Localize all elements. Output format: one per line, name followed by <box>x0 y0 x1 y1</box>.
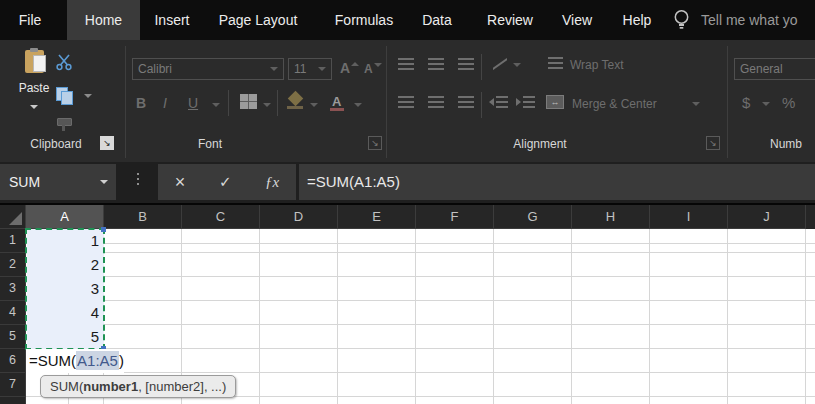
formula-range-ref: A1:A5 <box>76 351 119 370</box>
borders-icon[interactable] <box>240 94 257 109</box>
format-painter-button[interactable] <box>56 116 78 136</box>
currency-button[interactable]: $ <box>742 94 750 111</box>
cell-a2[interactable]: 2 <box>27 253 104 277</box>
tooltip-pre: SUM( <box>50 379 83 394</box>
name-box-caret[interactable] <box>100 180 108 184</box>
clipboard-group-label: Clipboard <box>10 134 102 154</box>
column-header-g[interactable]: G <box>494 205 572 229</box>
fill-color-caret[interactable] <box>310 103 318 107</box>
tab-home[interactable]: Home <box>67 0 140 40</box>
fill-color-bar <box>287 106 303 109</box>
italic-button[interactable]: I <box>163 95 167 111</box>
formula-input[interactable]: =SUM(A1:A5) <box>299 164 815 200</box>
align-center-icon[interactable] <box>428 96 444 108</box>
merge-center-button[interactable]: Merge & Center <box>572 97 657 111</box>
enter-button[interactable]: ✓ <box>219 173 232 191</box>
decrease-indent-icon[interactable] <box>489 98 494 106</box>
clipboard-dialog-launcher[interactable]: ↘ <box>100 136 114 150</box>
borders-caret[interactable] <box>263 103 271 107</box>
align-right-icon[interactable] <box>458 96 474 108</box>
grid-body[interactable]: 1 2 3 4 5 6 7 1 2 3 4 5 <box>0 229 815 404</box>
cell-a6-edit[interactable]: =SUM(A1:A5) <box>26 349 124 373</box>
orientation-caret[interactable] <box>513 63 521 67</box>
tab-help[interactable]: Help <box>615 0 659 40</box>
tab-page-layout[interactable]: Page Layout <box>212 0 304 40</box>
wrap-text-button[interactable]: Wrap Text <box>570 58 624 72</box>
group-separator <box>727 46 728 158</box>
column-header-c[interactable]: C <box>182 205 260 229</box>
formula-prefix: =SUM( <box>29 352 76 369</box>
currency-caret[interactable] <box>762 102 770 106</box>
select-all-button[interactable] <box>0 205 26 229</box>
column-header-d[interactable]: D <box>260 205 338 229</box>
cancel-button[interactable]: × <box>175 173 186 191</box>
format-painter-icon <box>56 116 72 132</box>
font-name-combo[interactable]: Calibri <box>132 58 284 80</box>
copy-icon <box>56 87 74 104</box>
align-bottom-icon[interactable] <box>458 58 474 70</box>
row-header-7[interactable]: 7 <box>0 373 26 397</box>
row-header-4[interactable]: 4 <box>0 301 26 325</box>
column-header-b[interactable]: B <box>104 205 182 229</box>
column-header-j[interactable]: J <box>728 205 806 229</box>
row-header-6[interactable]: 6 <box>0 349 26 373</box>
underline-caret[interactable] <box>212 103 220 107</box>
column-header-f[interactable]: F <box>416 205 494 229</box>
fill-color-icon[interactable] <box>288 91 304 107</box>
row-header-2[interactable]: 2 <box>0 253 26 277</box>
cell-a4[interactable]: 4 <box>27 301 104 325</box>
column-header-a[interactable]: A <box>26 205 104 229</box>
paste-button[interactable]: Paste <box>8 48 60 132</box>
row-header-5[interactable]: 5 <box>0 325 26 349</box>
grow-font-button[interactable]: A <box>340 60 358 76</box>
separator <box>481 92 482 118</box>
font-color-button[interactable]: A <box>332 94 341 109</box>
font-dialog-launcher[interactable]: ↘ <box>368 136 382 150</box>
font-size-combo[interactable]: 11 <box>288 58 332 80</box>
tab-view[interactable]: View <box>555 0 599 40</box>
cell-a1[interactable]: 1 <box>27 229 104 253</box>
tab-review[interactable]: Review <box>483 0 537 40</box>
name-box[interactable]: SUM <box>0 164 116 200</box>
ribbon: Paste Clipboard ↘ Calibri 11 <box>0 40 815 162</box>
paste-dropdown-caret[interactable] <box>30 105 38 109</box>
font-color-caret[interactable] <box>354 103 362 107</box>
tab-formulas[interactable]: Formulas <box>326 0 402 40</box>
column-header-i[interactable]: I <box>650 205 728 229</box>
row-header-8-partial[interactable] <box>0 397 26 404</box>
align-top-icon[interactable] <box>398 58 414 70</box>
column-header-e[interactable]: E <box>338 205 416 229</box>
alignment-dialog-launcher[interactable]: ↘ <box>706 136 720 150</box>
merge-center-caret[interactable] <box>692 102 700 106</box>
number-format-combo[interactable]: General <box>734 58 815 80</box>
excel-window: File Home Insert Page Layout Formulas Da… <box>0 0 815 404</box>
copy-dropdown-caret[interactable] <box>84 94 92 98</box>
insert-function-button[interactable]: ƒx <box>265 174 279 191</box>
bold-button[interactable]: B <box>136 95 146 111</box>
function-hint-tooltip: SUM(number1, [number2], ...) <box>40 375 236 398</box>
underline-button[interactable]: U <box>188 95 198 111</box>
tab-file[interactable]: File <box>12 0 48 40</box>
selected-range-a1-a5[interactable]: 1 2 3 4 5 <box>27 229 104 349</box>
cell-a5[interactable]: 5 <box>27 325 104 349</box>
cell-a3[interactable]: 3 <box>27 277 104 301</box>
increase-indent-icon[interactable] <box>516 98 521 106</box>
shrink-font-button[interactable]: A <box>364 60 381 76</box>
copy-button[interactable] <box>56 87 78 107</box>
row-header-1[interactable]: 1 <box>0 229 26 253</box>
cut-button[interactable] <box>55 53 77 73</box>
select-all-triangle-icon <box>9 212 22 225</box>
tab-data[interactable]: Data <box>416 0 458 40</box>
row-header-3[interactable]: 3 <box>0 277 26 301</box>
indent-lines <box>496 96 508 108</box>
align-middle-icon[interactable] <box>428 58 444 70</box>
separator <box>228 90 229 116</box>
orientation-icon[interactable] <box>493 57 507 71</box>
tab-insert[interactable]: Insert <box>148 0 196 40</box>
column-header-h[interactable]: H <box>572 205 650 229</box>
row-headers: 1 2 3 4 5 6 7 <box>0 229 26 404</box>
tell-me-box[interactable]: Tell me what yo <box>672 0 797 40</box>
formula-bar-resize-handle[interactable] <box>137 173 139 185</box>
percent-button[interactable]: % <box>782 94 795 111</box>
align-left-icon[interactable] <box>398 96 414 108</box>
